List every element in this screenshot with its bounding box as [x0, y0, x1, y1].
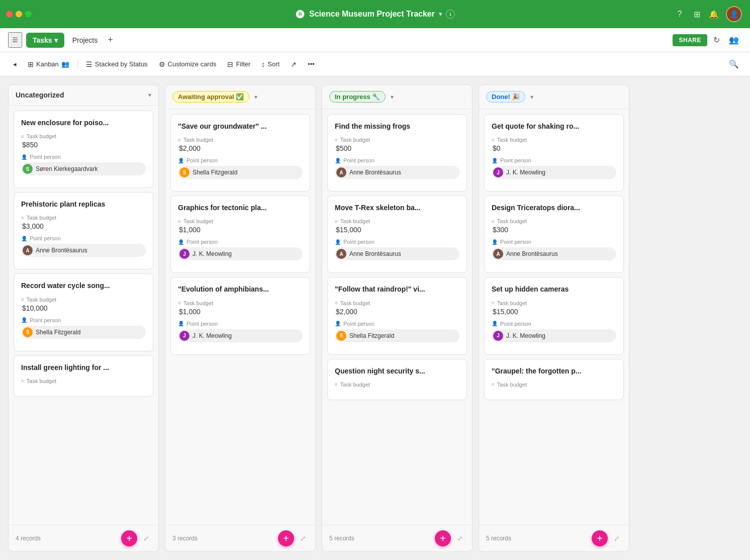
- traffic-light-red[interactable]: [6, 11, 13, 18]
- collapse-sidebar-button[interactable]: ◂: [8, 58, 22, 70]
- budget-field-icon: ≡: [178, 137, 181, 143]
- search-button[interactable]: 🔍: [726, 56, 742, 72]
- task-card[interactable]: Get quote for shaking ro... ≡ Task budge…: [484, 114, 624, 192]
- column-status-badge: In progress 🔧: [329, 91, 386, 103]
- footer-actions: + ⤢: [435, 530, 465, 546]
- sort-button[interactable]: ↕ Sort: [256, 58, 285, 71]
- stacked-by-status-button[interactable]: ☰ Stacked by Status: [81, 58, 153, 71]
- budget-label: Task budget: [340, 300, 370, 306]
- add-view-button[interactable]: +: [106, 33, 115, 47]
- share-button[interactable]: SHARE: [673, 34, 707, 46]
- projects-tab[interactable]: Projects: [68, 33, 102, 47]
- task-card[interactable]: Design Triceratops diora... ≡ Task budge…: [484, 196, 624, 273]
- card-title: Design Triceratops diora...: [492, 203, 616, 212]
- records-count: 5 records: [486, 535, 511, 542]
- add-card-button[interactable]: +: [592, 530, 608, 546]
- cards-area: "Save our groundwater" ... ≡ Task budget…: [165, 109, 315, 525]
- card-title: Graphics for tectonic pla...: [178, 203, 303, 212]
- help-icon[interactable]: ?: [675, 9, 685, 19]
- more-options-button[interactable]: •••: [303, 58, 320, 70]
- tasks-tab[interactable]: Tasks ▾: [26, 33, 64, 48]
- people-button[interactable]: 👥: [726, 33, 742, 47]
- person-badge: J J. K. Meowling: [178, 247, 303, 260]
- task-card[interactable]: "Evolution of amphibians... ≡ Task budge…: [170, 277, 310, 354]
- person-avatar: J: [493, 167, 503, 177]
- person-name: Anne Brontësaurus: [349, 169, 401, 176]
- person-badge: J J. K. Meowling: [178, 329, 303, 342]
- customize-cards-button[interactable]: ⚙ Customize cards: [154, 58, 222, 71]
- task-card[interactable]: Graphics for tectonic pla... ≡ Task budg…: [170, 196, 310, 273]
- column-title: Uncategorized: [16, 91, 143, 99]
- task-card[interactable]: Move T-Rex skeleton ba... ≡ Task budget …: [327, 196, 467, 273]
- person-field: 👤 Point person A Anne Brontësaurus: [335, 157, 459, 179]
- notification-icon[interactable]: 🔔: [709, 9, 719, 19]
- task-card[interactable]: Prehistoric plant replicas ≡ Task budget…: [14, 192, 153, 269]
- column-dropdown-arrow[interactable]: ▾: [391, 94, 394, 101]
- title-info-icon[interactable]: i: [446, 10, 455, 19]
- export-button[interactable]: ↗: [286, 58, 302, 71]
- more-icon: •••: [308, 60, 315, 68]
- column-footer: 4 records + ⤢: [9, 525, 158, 551]
- kanban-view-button[interactable]: ⊞ Kanban 👥: [23, 58, 74, 71]
- app-logo-icon: [295, 9, 305, 19]
- column-dropdown-arrow[interactable]: ▾: [530, 94, 533, 101]
- add-card-button[interactable]: +: [435, 530, 451, 546]
- column-header: Uncategorized ▾: [9, 85, 158, 106]
- budget-field: ≡ Task budget: [335, 382, 459, 388]
- view-bar: ◂ ⊞ Kanban 👥 ☰ Stacked by Status ⚙ Custo…: [0, 52, 750, 76]
- refresh-button[interactable]: ↻: [710, 33, 723, 47]
- task-card[interactable]: Record water cycle song... ≡ Task budget…: [14, 273, 153, 351]
- task-card[interactable]: Question night security s... ≡ Task budg…: [327, 359, 467, 400]
- stacked-icon: ☰: [86, 60, 92, 68]
- budget-field: ≡ Task budget $1,000: [178, 218, 303, 234]
- hamburger-button[interactable]: ☰: [8, 32, 22, 48]
- task-card[interactable]: "Graupel: the forgotten p... ≡ Task budg…: [484, 359, 624, 400]
- column-footer: 5 records + ⤢: [479, 525, 629, 551]
- column-dropdown-arrow[interactable]: ▾: [148, 91, 151, 99]
- expand-button[interactable]: ⤢: [141, 532, 151, 544]
- budget-field: ≡ Task budget $15,000: [492, 300, 616, 316]
- viewbar-divider: [77, 59, 78, 69]
- traffic-light-green[interactable]: [25, 11, 32, 18]
- person-avatar: A: [336, 167, 346, 177]
- person-badge: J J. K. Meowling: [492, 166, 616, 179]
- person-label: Point person: [30, 317, 61, 323]
- person-name: Shella Fitzgerald: [36, 329, 80, 336]
- person-badge: A Anne Brontësaurus: [335, 247, 459, 260]
- budget-field-icon: ≡: [335, 219, 338, 224]
- card-title: "Follow that raindrop!" vi...: [335, 285, 459, 294]
- task-card[interactable]: Install green lighting for ... ≡ Task bu…: [14, 355, 153, 397]
- budget-label: Task budget: [27, 297, 56, 303]
- title-bar: Science Museum Project Tracker ▾ i ? ⊞ 🔔…: [0, 0, 750, 28]
- filter-button[interactable]: ⊟ Filter: [222, 58, 255, 71]
- add-card-button[interactable]: +: [121, 530, 137, 546]
- toolbar-right: SHARE ↻ 👥: [673, 33, 742, 47]
- task-card[interactable]: "Follow that raindrop!" vi... ≡ Task bud…: [327, 277, 467, 354]
- card-title: Get quote for shaking ro...: [492, 122, 616, 131]
- budget-field: ≡ Task budget $0: [492, 137, 616, 152]
- traffic-light-yellow[interactable]: [16, 11, 22, 18]
- task-card[interactable]: Set up hidden cameras ≡ Task budget $15,…: [484, 277, 624, 354]
- card-title: Install green lighting for ...: [21, 363, 146, 372]
- column-status-badge: Done! 🎉: [486, 91, 525, 103]
- add-card-button[interactable]: +: [278, 530, 294, 546]
- budget-field-icon: ≡: [178, 300, 181, 306]
- person-name: Søren Kierkegaardvark: [36, 165, 98, 172]
- grid-icon[interactable]: ⊞: [692, 9, 702, 19]
- person-label: Point person: [186, 239, 218, 245]
- records-count: 3 records: [172, 535, 198, 542]
- expand-button[interactable]: ⤢: [298, 532, 308, 544]
- budget-value: $2,000: [335, 308, 459, 316]
- task-card[interactable]: Find the missing frogs ≡ Task budget $50…: [327, 114, 467, 192]
- expand-button[interactable]: ⤢: [612, 532, 622, 544]
- column-uncategorized: Uncategorized ▾ New enclosure for poiso.…: [8, 84, 159, 552]
- expand-button[interactable]: ⤢: [455, 532, 465, 544]
- person-field: 👤 Point person S Shella Fitzgerald: [21, 317, 146, 339]
- task-card[interactable]: New enclosure for poiso... ≡ Task budget…: [14, 111, 153, 188]
- title-dropdown-arrow[interactable]: ▾: [439, 11, 442, 18]
- user-avatar[interactable]: 👤: [726, 6, 742, 22]
- task-card[interactable]: "Save our groundwater" ... ≡ Task budget…: [170, 114, 310, 192]
- column-dropdown-arrow[interactable]: ▾: [254, 94, 257, 101]
- person-field: 👤 Point person A Anne Brontësaurus: [335, 239, 459, 260]
- person-label: Point person: [343, 157, 374, 163]
